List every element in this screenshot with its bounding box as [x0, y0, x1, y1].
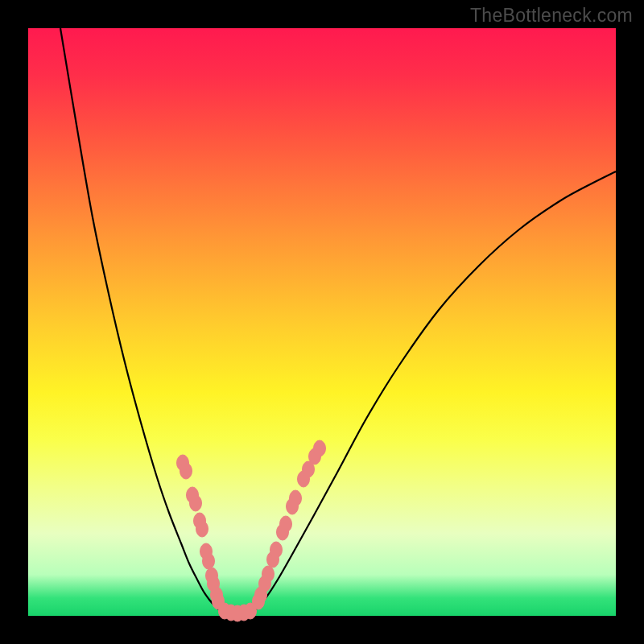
watermark-text: TheBottleneck.com [470, 5, 633, 27]
data-marker [203, 553, 215, 569]
bottleneck-curve [60, 28, 616, 615]
data-marker [190, 495, 202, 511]
plot-area [28, 28, 616, 616]
chart-frame: TheBottleneck.com [0, 0, 644, 644]
data-marker [262, 566, 275, 582]
data-marker [180, 463, 192, 479]
data-marker [290, 490, 302, 506]
data-marker [270, 542, 283, 558]
data-marker [314, 440, 326, 456]
curve-layer [28, 28, 616, 616]
marker-group [177, 440, 326, 621]
data-marker [280, 516, 292, 532]
data-marker [196, 521, 208, 537]
